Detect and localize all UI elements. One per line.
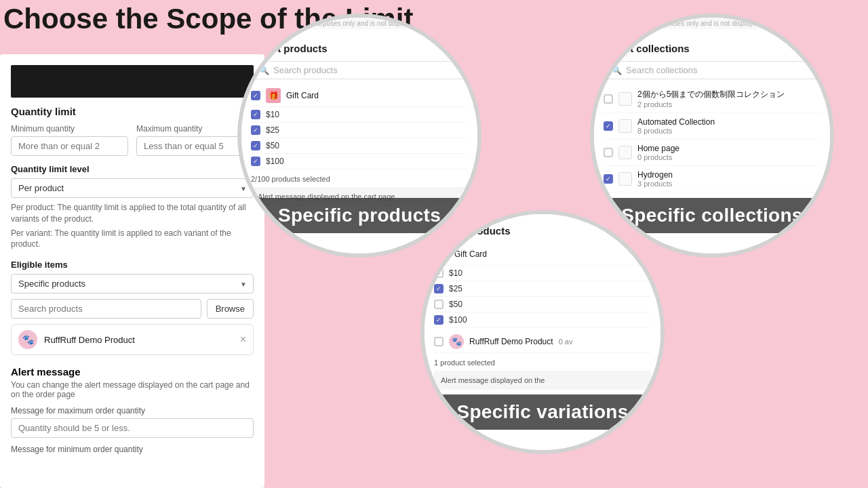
help-text-1: Per product: The quantity limit is appli… <box>11 202 254 225</box>
collections-search-placeholder: Search collections <box>626 65 698 75</box>
coll1-icon <box>618 92 632 106</box>
gift-card-item: ✓ 🎁 Gift Card <box>251 85 468 107</box>
demo-name: RuffRuff Demo Product <box>469 337 553 346</box>
v25-label: $25 <box>266 125 279 135</box>
var-v50-cb[interactable] <box>434 300 443 309</box>
var-v25: ✓ $25 <box>434 281 651 297</box>
variations-circle-label: Specific variations <box>435 394 650 430</box>
variations-alert-bar: Alert message displayed on the <box>434 371 651 390</box>
product-item: 🐾 RuffRuff Demo Product × <box>11 324 254 355</box>
browse-button[interactable]: Browse <box>207 299 254 319</box>
products-info-bar: rative purposes only and is not displaye… <box>241 18 477 29</box>
var-v50-label: $50 <box>449 300 462 309</box>
alert-desc: You can change the alert message display… <box>11 380 254 399</box>
collections-search-icon: 🔍 <box>611 65 622 75</box>
coll-item-2: ✓ Automated Collection 8 products <box>604 113 821 140</box>
collections-mini-panel: Select collections 🔍 Search collections … <box>594 35 830 201</box>
qty-level-select-wrapper: Per product <box>11 178 254 198</box>
coll-item-3: Home page 0 products <box>604 140 821 166</box>
variations-gift-thumb: 🎁 <box>434 247 449 262</box>
variant-10: ✓ $10 <box>251 107 468 123</box>
coll-item-4: ✓ Hydrogen 3 products <box>604 166 821 192</box>
eligible-select[interactable]: Specific products <box>11 274 254 293</box>
alert-section: Alert message You can change the alert m… <box>11 366 254 454</box>
var-v10: $10 <box>434 266 651 281</box>
coll3-name: Home page <box>637 144 679 153</box>
alert-title: Alert message <box>11 366 254 378</box>
max-msg-input[interactable] <box>11 418 254 438</box>
v100-checkbox[interactable]: ✓ <box>251 157 260 166</box>
eligible-select-wrapper: Specific products <box>11 274 254 293</box>
help-text-2: Per variant: The quantity limit is appli… <box>11 228 254 251</box>
coll2-count: 8 products <box>637 127 715 135</box>
collections-info-bar: rative purposes only and is not displaye… <box>594 18 830 29</box>
product-search-input[interactable] <box>11 299 201 319</box>
coll1-count: 2 products <box>637 100 785 108</box>
variations-mini-panel: Select products 🎁 Gift Card $10 ✓ $25 $5… <box>425 214 660 398</box>
v10-checkbox[interactable]: ✓ <box>251 110 260 119</box>
products-search-icon: 🔍 <box>258 65 269 75</box>
variant-25: ✓ $25 <box>251 123 468 138</box>
min-qty-label: Minimum quantity <box>11 124 128 134</box>
var-v50: $50 <box>434 297 651 312</box>
max-qty-input[interactable] <box>136 136 254 156</box>
coll-item-1: 2個から5個までの個数制限コレクション 2 products <box>604 85 821 113</box>
v100-label: $100 <box>266 157 284 166</box>
coll1-name: 2個から5個までの個数制限コレクション <box>637 89 785 100</box>
coll2-checkbox[interactable]: ✓ <box>604 121 613 131</box>
check-v100: ✓ <box>436 317 441 323</box>
search-row: Browse <box>11 299 254 319</box>
coll4-icon <box>618 172 632 186</box>
min-qty-input[interactable] <box>11 136 128 156</box>
variations-footer: 1 product selected <box>434 359 651 367</box>
eligible-title: Eligible items <box>11 260 254 270</box>
coll2-icon <box>618 119 632 133</box>
var-v10-cb[interactable] <box>434 268 443 278</box>
gift-card-checkbox[interactable]: ✓ <box>251 91 260 100</box>
qty-level-label: Quantity limit level <box>11 164 254 174</box>
v50-checkbox[interactable]: ✓ <box>251 141 260 150</box>
variant-100: ✓ $100 <box>251 154 468 169</box>
variations-gift-name: Gift Card <box>454 249 487 259</box>
coll4-info: Hydrogen 3 products <box>637 170 673 188</box>
check-icon-c4: ✓ <box>606 176 611 182</box>
check-icon-v25: ✓ <box>253 127 258 134</box>
qty-level-select[interactable]: Per product <box>11 178 254 198</box>
coll4-checkbox[interactable]: ✓ <box>604 174 613 184</box>
variations-gift-card-item: 🎁 Gift Card <box>434 243 651 266</box>
coll1-checkbox[interactable] <box>604 94 613 104</box>
coll3-checkbox[interactable] <box>604 148 613 157</box>
coll3-icon <box>618 146 632 159</box>
demo-avatar: 🐾 <box>449 334 464 349</box>
product-name: RuffRuff Demo Product <box>44 335 233 345</box>
coll4-name: Hydrogen <box>637 170 673 180</box>
min-msg-label: Message for minimum order quantity <box>11 445 254 454</box>
products-search[interactable]: 🔍 Search products <box>251 61 468 79</box>
var-v25-cb[interactable]: ✓ <box>434 284 443 293</box>
demo-cb[interactable] <box>434 337 443 346</box>
check-icon-v100: ✓ <box>253 159 258 165</box>
gift-card-thumb: 🎁 <box>266 88 281 103</box>
coll4-count: 3 products <box>637 180 673 188</box>
var-v10-label: $10 <box>449 268 462 278</box>
collections-search[interactable]: 🔍 Search collections <box>604 61 821 79</box>
products-panel-title: Select products <box>251 43 468 54</box>
collections-panel-title: Select collections <box>604 43 821 54</box>
v25-checkbox[interactable]: ✓ <box>251 125 260 135</box>
check-icon-v50: ✓ <box>253 143 258 149</box>
v10-label: $10 <box>266 110 279 119</box>
check-icon: ✓ <box>253 93 258 99</box>
eligible-items-section: Eligible items Specific products Browse … <box>11 260 254 355</box>
var-v100-cb[interactable]: ✓ <box>434 315 443 325</box>
check-icon-c2: ✓ <box>606 123 611 129</box>
gift-card-name: Gift Card <box>286 91 319 100</box>
coll1-info: 2個から5個までの個数制限コレクション 2 products <box>637 89 785 108</box>
remove-product-button[interactable]: × <box>240 334 246 345</box>
quantity-limit-title: Quantity limit <box>11 106 254 117</box>
product-avatar: 🐾 <box>18 330 37 349</box>
coll3-count: 0 products <box>637 153 679 161</box>
demo-avail: 0 av <box>559 338 651 346</box>
min-qty-group: Minimum quantity <box>11 124 128 156</box>
coll3-info: Home page 0 products <box>637 144 679 161</box>
check-icon-v10: ✓ <box>253 112 258 118</box>
